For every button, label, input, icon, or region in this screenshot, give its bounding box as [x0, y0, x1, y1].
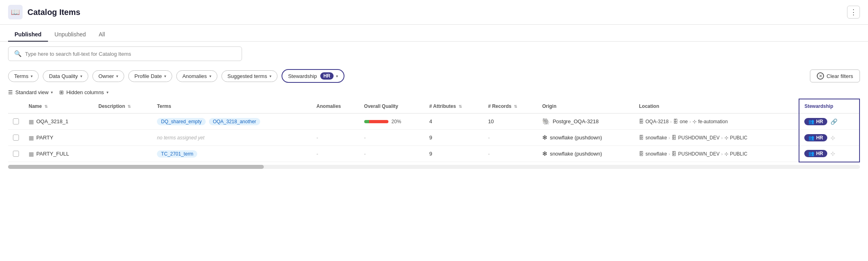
- row-terms-cell: no terms assigned yet: [152, 130, 311, 146]
- tab-unpublished[interactable]: Unpublished: [48, 28, 92, 42]
- search-input[interactable]: [25, 51, 236, 57]
- table-controls: ☰ Standard view ▾ ⊞ Hidden columns ▾: [0, 86, 868, 99]
- loc-part-1: snowflake: [645, 135, 667, 141]
- row-origin-cell: ❄ snowflake (pushdown): [537, 130, 634, 146]
- row-name[interactable]: PARTY: [36, 135, 53, 141]
- filter-stewardship-label: Stewardship: [288, 73, 317, 79]
- stewardship-badge: HR: [320, 72, 334, 80]
- col-attributes[interactable]: # Attributes ⇅: [424, 99, 483, 114]
- loc-part-3: fe-automation: [698, 119, 728, 124]
- row-records: -: [488, 135, 490, 141]
- chevron-down-icon: ▾: [336, 74, 338, 78]
- filter-terms[interactable]: Terms ▾: [8, 70, 39, 82]
- header-left: 📖 Catalog Items: [8, 5, 80, 19]
- clear-filters-button[interactable]: ✕ Clear filters: [810, 69, 860, 82]
- no-terms-label: no terms assigned yet: [157, 135, 204, 141]
- row-origin: Postgre_OQA-3218: [553, 118, 599, 124]
- table-icon: ☰: [8, 89, 13, 95]
- row-checkbox-cell: [8, 114, 24, 130]
- term-tag[interactable]: TC_2701_term: [157, 150, 197, 158]
- col-overall-quality: Overall Quality: [359, 99, 425, 114]
- term-tag[interactable]: DQ_shared_empty: [157, 118, 206, 125]
- standard-view-button[interactable]: ☰ Standard view ▾: [8, 89, 53, 95]
- stewardship-value: 👥 HR: [804, 118, 827, 125]
- row-name[interactable]: PARTY_FULL: [36, 151, 69, 157]
- page-title: Catalog Items: [27, 8, 80, 17]
- tab-all[interactable]: All: [92, 28, 112, 42]
- row-location-cell: 🗄 snowflake › 🗄 PUSHDOWN_DEV › ⊹ PUBLIC: [634, 130, 799, 146]
- catalog-icon: 📖: [8, 5, 23, 19]
- header-menu-button[interactable]: ⋮: [847, 6, 860, 19]
- row-name-cell: ▦ PARTY_FULL: [24, 146, 94, 162]
- filters-bar: Terms ▾ Data Quality ▾ Owner ▾ Profile D…: [0, 66, 868, 86]
- filter-profile-date[interactable]: Profile Date ▾: [128, 70, 172, 82]
- filter-owner-label: Owner: [98, 73, 114, 79]
- standard-view-label: Standard view: [15, 89, 48, 95]
- chevron-down-icon: ▾: [116, 74, 118, 78]
- row-anomalies: -: [317, 151, 318, 157]
- tab-published[interactable]: Published: [8, 28, 48, 42]
- row-stewardship-cell: 👥 HR 🔗: [799, 114, 860, 130]
- row-anomalies-cell: [312, 114, 359, 130]
- clear-filters-label: Clear filters: [826, 73, 853, 79]
- col-stewardship: Stewardship: [799, 99, 860, 114]
- row-attributes-cell: 4: [424, 114, 483, 130]
- select-all-header: [8, 99, 24, 114]
- search-icon: 🔍: [14, 50, 22, 57]
- row-name[interactable]: OQA_3218_1: [36, 118, 69, 124]
- table-row: ▦ PARTY no terms assigned yet - - 9: [8, 130, 860, 146]
- link-icon[interactable]: 🔗: [830, 118, 837, 125]
- row-attributes: 9: [429, 151, 432, 157]
- manage-icon[interactable]: ⊹: [830, 135, 835, 141]
- stewardship-value: 👥 HR: [804, 134, 827, 141]
- chevron-down-icon: ▾: [31, 74, 33, 78]
- chevron-down-icon: ▾: [51, 90, 53, 95]
- hidden-columns-button[interactable]: ⊞ Hidden columns ▾: [59, 89, 108, 95]
- row-quality-cell: -: [359, 146, 425, 162]
- filter-suggested-terms-label: Suggested terms: [227, 73, 267, 79]
- row-anomalies-cell: -: [312, 130, 359, 146]
- row-checkbox[interactable]: [13, 135, 19, 141]
- db-icon: 🗄: [672, 151, 676, 157]
- chevron-down-icon: ▾: [164, 74, 166, 78]
- horizontal-scrollbar[interactable]: [8, 165, 860, 169]
- row-checkbox[interactable]: [13, 118, 19, 124]
- filter-data-quality[interactable]: Data Quality ▾: [43, 70, 88, 82]
- row-name-cell: ▦ OQA_3218_1: [24, 114, 94, 130]
- row-attributes-cell: 9: [424, 146, 483, 162]
- table-wrap: Name ⇅ Description ⇅ Terms Anomalies Ove…: [0, 99, 868, 162]
- db-icon: 🗄: [639, 151, 644, 157]
- columns-icon: ⊞: [59, 89, 64, 95]
- col-records[interactable]: # Records ⇅: [483, 99, 537, 114]
- chevron-down-icon: ▾: [269, 74, 271, 78]
- row-checkbox-cell: [8, 130, 24, 146]
- table-row-icon: ▦: [29, 118, 34, 125]
- origin-icon: ❄: [542, 150, 547, 158]
- manage-icon[interactable]: ⊹: [830, 150, 835, 157]
- col-name[interactable]: Name ⇅: [24, 99, 94, 114]
- db-icon: 🗄: [672, 135, 676, 141]
- filter-profile-date-label: Profile Date: [134, 73, 162, 79]
- loc-part-1: OQA-3218: [645, 119, 668, 124]
- filter-anomalies[interactable]: Anomalies ▾: [176, 70, 217, 82]
- row-checkbox[interactable]: [13, 151, 19, 157]
- db-icon: 🗄: [673, 119, 678, 124]
- term-tag[interactable]: OQA_3218_another: [209, 118, 260, 125]
- row-quality-cell: 20%: [359, 114, 425, 130]
- tab-bar: Published Unpublished All: [0, 25, 868, 42]
- col-description[interactable]: Description ⇅: [94, 99, 152, 114]
- scrollbar-thumb[interactable]: [8, 165, 264, 169]
- filter-suggested-terms[interactable]: Suggested terms ▾: [221, 70, 278, 82]
- ellipsis-icon: ⋮: [850, 8, 857, 17]
- filter-owner[interactable]: Owner ▾: [92, 70, 124, 82]
- table-row: ▦ OQA_3218_1 DQ_shared_empty OQA_3218_an…: [8, 114, 860, 130]
- clear-icon: ✕: [817, 72, 824, 80]
- filter-stewardship[interactable]: Stewardship HR ▾: [282, 69, 344, 83]
- people-icon: 👥: [808, 135, 814, 141]
- loc-part-2: PUSHDOWN_DEV: [678, 135, 720, 141]
- loc-part-2: one: [680, 119, 688, 124]
- row-quality-cell: -: [359, 130, 425, 146]
- sort-icon: ⇅: [44, 104, 48, 109]
- row-quality: -: [364, 135, 366, 141]
- search-bar: 🔍: [0, 42, 868, 66]
